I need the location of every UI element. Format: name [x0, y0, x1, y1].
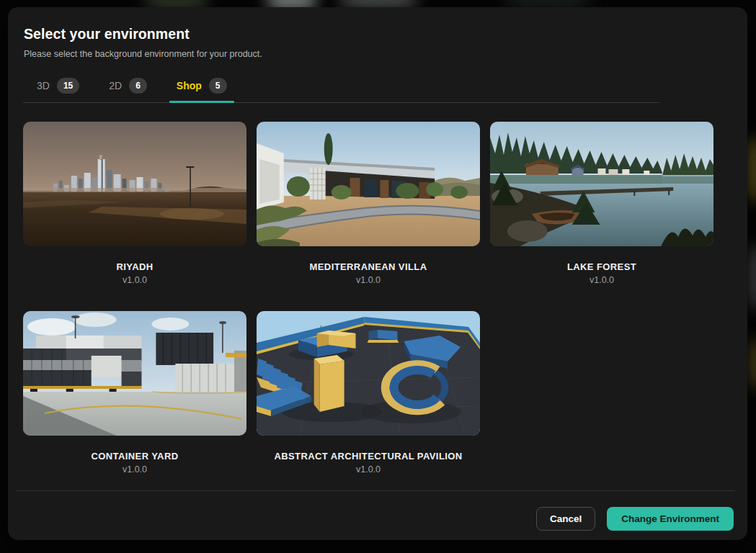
env-version: v1.0.0	[257, 464, 480, 475]
env-card-lake-forest[interactable]: LAKE FOREST v1.0.0	[490, 122, 713, 285]
abstract-pavilion-thumbnail	[257, 311, 480, 436]
env-name: RIYADH	[23, 261, 246, 272]
dialog-footer: Cancel Change Environment	[8, 507, 734, 531]
tab-2d-count-badge: 6	[129, 78, 147, 94]
env-card-abstract-pavilion[interactable]: ABSTRACT ARCHITECTURAL PAVILION v1.0.0	[257, 311, 480, 475]
env-name: MEDITERRANEAN VILLA	[257, 261, 480, 272]
backdrop-blur-blob	[747, 137, 756, 202]
change-environment-button[interactable]: Change Environment	[607, 507, 734, 531]
env-card-riyadh[interactable]: RIYADH v1.0.0	[23, 122, 246, 285]
dialog-subtitle: Please select the background environment…	[24, 49, 747, 59]
tab-3d-count-badge: 15	[57, 78, 79, 94]
cancel-button[interactable]: Cancel	[536, 507, 595, 531]
footer-divider	[17, 490, 735, 491]
tab-shop-label: Shop	[177, 80, 202, 91]
backdrop-blur-blob	[749, 245, 756, 310]
lake-forest-thumbnail	[490, 122, 713, 246]
backdrop-blur-blob	[504, 0, 591, 7]
container-yard-thumbnail	[23, 311, 246, 436]
dialog-title: Select your environment	[24, 26, 747, 42]
env-version: v1.0.0	[23, 464, 246, 475]
tab-3d-label: 3D	[37, 80, 50, 91]
environment-type-tabs: 3D 15 2D 6 Shop 5	[30, 78, 747, 102]
tabs-divider	[23, 102, 659, 103]
tab-shop-count-badge: 5	[209, 78, 227, 94]
env-name: ABSTRACT ARCHITECTURAL PAVILION	[257, 451, 480, 462]
tab-2d-label: 2D	[109, 80, 122, 91]
tab-3d[interactable]: 3D 15	[30, 78, 86, 102]
mediterranean-villa-thumbnail	[257, 122, 480, 246]
env-name: CONTAINER YARD	[23, 451, 246, 462]
select-environment-dialog: Select your environment Please select th…	[8, 7, 747, 540]
tab-shop[interactable]: Shop 5	[169, 78, 234, 102]
backdrop-blur-blob	[749, 338, 756, 389]
env-version: v1.0.0	[23, 275, 246, 285]
tab-2d[interactable]: 2D 6	[102, 78, 154, 102]
env-name: LAKE FOREST	[490, 261, 713, 272]
riyadh-thumbnail	[23, 122, 246, 246]
environment-grid: RIYADH v1.0.0	[23, 122, 747, 475]
env-card-container-yard[interactable]: CONTAINER YARD v1.0.0	[23, 311, 246, 475]
env-version: v1.0.0	[257, 275, 480, 285]
env-version: v1.0.0	[490, 275, 713, 285]
env-card-mediterranean-villa[interactable]: MEDITERRANEAN VILLA v1.0.0	[257, 122, 480, 285]
